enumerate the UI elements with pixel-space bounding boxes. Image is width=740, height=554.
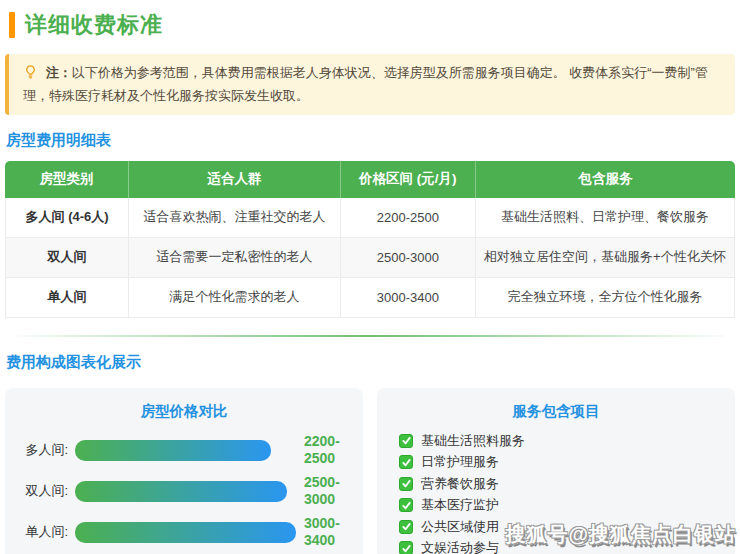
price-chart-panel: 房型价格对比 多人间: 2200-2500 双人间: 2500-3000 单人间… [5,388,363,554]
cell-room-type: 双人间 [5,238,129,278]
note-box: 注：以下价格为参考范围，具体费用需根据老人身体状况、选择房型及所需服务项目确定。… [5,54,735,115]
bar-value: 2500-3000 [304,474,351,509]
list-item: 日常护理服务 [399,451,723,473]
cell-services: 完全独立环境，全方位个性化服务 [476,278,735,318]
bar-value: 3000-3400 [304,515,351,550]
table-row: 双人间 适合需要一定私密性的老人 2500-3000 相对独立居住空间，基础服务… [5,238,735,278]
services-title: 服务包含项目 [389,402,723,421]
bar-track [75,481,298,502]
service-label: 公共区域使用 [421,518,499,536]
service-label: 营养餐饮服务 [421,475,499,493]
checkmark-icon [399,477,413,491]
list-item: 基本医疗监护 [399,494,723,516]
service-label: 文娱活动参与 [421,539,499,554]
header-audience: 适合人群 [129,161,341,198]
bar-value: 2200-2500 [304,433,351,468]
bar-double-room [75,481,287,502]
bar-single-room [75,522,296,543]
fee-table: 房型类别 适合人群 价格区间 (元/月) 包含服务 多人间 (4-6人) 适合喜… [5,161,735,318]
header-room-type: 房型类别 [5,161,129,198]
checkmark-icon [399,498,413,512]
checkmark-icon [399,541,413,554]
checkmark-icon [399,455,413,469]
bar-row: 双人间: 2500-3000 [17,471,351,512]
cell-audience: 满足个性化需求的老人 [129,278,341,318]
bar-label: 多人间: [17,441,75,459]
section-title-fee-table: 房型费用明细表 [6,131,735,150]
page-title: 详细收费标准 [25,10,163,40]
page-header: 详细收费标准 [9,10,735,40]
section-divider [15,335,725,337]
table-row: 多人间 (4-6人) 适合喜欢热闹、注重社交的老人 2200-2500 基础生活… [5,198,735,238]
accent-bar [9,12,15,38]
cell-price: 3000-3400 [341,278,476,318]
bar-track [75,440,298,461]
note-text: 以下价格为参考范围，具体费用需根据老人身体状况、选择房型及所需服务项目确定。 收… [23,65,708,103]
checkmark-icon [399,434,413,448]
cell-room-type: 多人间 (4-6人) [5,198,129,238]
header-included-services: 包含服务 [476,161,735,198]
service-label: 日常护理服务 [421,453,499,471]
note-label: 注： [46,65,72,80]
cell-services: 相对独立居住空间，基础服务+个性化关怀 [476,238,735,278]
list-item: 基础生活照料服务 [399,430,723,452]
bar-multi-room [75,440,271,461]
cell-audience: 适合喜欢热闹、注重社交的老人 [129,198,341,238]
cell-room-type: 单人间 [5,278,129,318]
bar-row: 单人间: 3000-3400 [17,512,351,553]
lightbulb-icon [23,67,42,82]
price-chart-title: 房型价格对比 [17,402,351,421]
list-item: 营养餐饮服务 [399,473,723,495]
bar-label: 双人间: [17,482,75,500]
section-title-charts: 费用构成图表化展示 [6,353,735,372]
cell-audience: 适合需要一定私密性的老人 [129,238,341,278]
bar-track [75,522,298,543]
service-label: 基本医疗监护 [421,496,499,514]
cell-price: 2500-3000 [341,238,476,278]
cell-price: 2200-2500 [341,198,476,238]
cell-services: 基础生活照料、日常护理、餐饮服务 [476,198,735,238]
watermark: 搜狐号@搜狐焦点白银站 [505,521,736,548]
table-row: 单人间 满足个性化需求的老人 3000-3400 完全独立环境，全方位个性化服务 [5,278,735,318]
checkmark-icon [399,520,413,534]
header-price-range: 价格区间 (元/月) [341,161,476,198]
service-label: 基础生活照料服务 [421,432,525,450]
bar-label: 单人间: [17,523,75,541]
bar-row: 多人间: 2200-2500 [17,430,351,471]
page-container: 详细收费标准 注：以下价格为参考范围，具体费用需根据老人身体状况、选择房型及所需… [0,0,740,554]
fee-table-header-row: 房型类别 适合人群 价格区间 (元/月) 包含服务 [5,161,735,198]
